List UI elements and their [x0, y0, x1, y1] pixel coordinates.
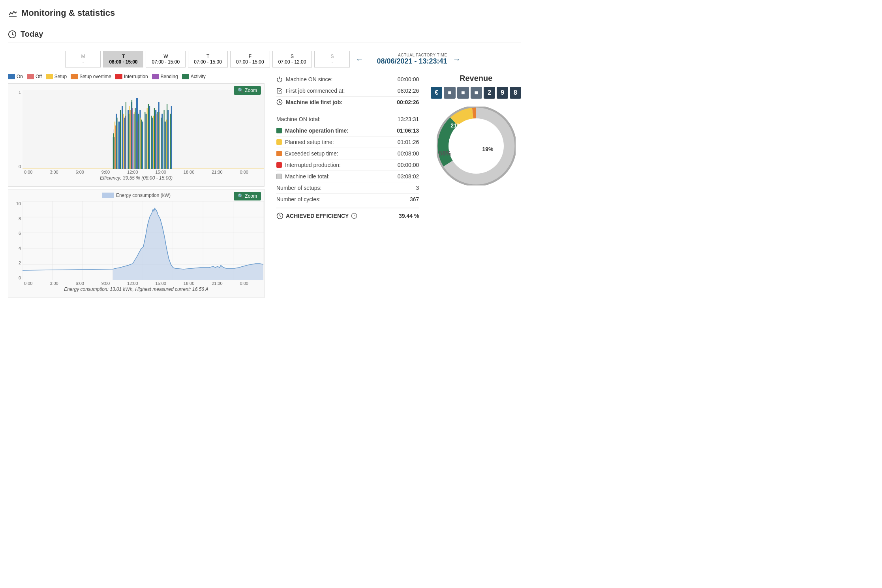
pie-label-21: 21%: [450, 122, 462, 129]
svg-rect-57: [131, 100, 132, 169]
efficiency-chart-svg: [23, 90, 264, 169]
interrupted-label: Interrupted production:: [276, 162, 341, 168]
svg-rect-44: [166, 120, 167, 169]
legend-bending: Bending: [152, 74, 178, 79]
svg-rect-50: [132, 108, 133, 169]
machine-idle-first-label: Machine idle first job:: [276, 99, 343, 105]
num-setups-label: Number of setups:: [276, 185, 321, 191]
idle-icon: [276, 99, 283, 105]
legend-color-off: [27, 74, 34, 79]
machine-idle-row: Machine idle total: 03:08:02: [276, 171, 419, 182]
day-thu[interactable]: T07:00 - 15:00: [188, 51, 228, 67]
left-panel: On Off Setup Setup overtime Interruption: [8, 74, 265, 300]
first-job-label: First job commenced at:: [276, 88, 345, 94]
num-cycles-row: Number of cycles: 367: [276, 194, 419, 205]
machine-idle-value: 03:08:02: [398, 173, 419, 180]
legend-color-bending: [152, 74, 159, 79]
revenue-d3: ■: [471, 87, 482, 99]
info-icon[interactable]: [351, 213, 357, 219]
planned-setup-label: Planned setup time:: [276, 139, 334, 145]
exceeded-setup-label: Exceeded setup time:: [276, 150, 338, 157]
interrupted-row: Interrupted production: 00:00:00: [276, 159, 419, 171]
efficiency-zoom-btn[interactable]: 🔍 Zoom: [234, 86, 261, 95]
operation-color: [276, 128, 282, 133]
svg-rect-36: [114, 122, 115, 169]
monitoring-icon: [8, 8, 17, 18]
svg-rect-47: [130, 110, 131, 169]
planned-setup-row: Planned setup time: 01:01:26: [276, 137, 419, 148]
svg-rect-35: [171, 106, 172, 169]
stats-section: Machine ON since: 00:00:00 First job com…: [272, 74, 423, 223]
day-fri[interactable]: F07:00 - 15:00: [230, 51, 270, 67]
energy-chart-container: Energy consumption (kW) 🔍 Zoom 10 8 6 4 …: [8, 189, 265, 298]
machine-operation-label: Machine operation time:: [276, 127, 349, 134]
revenue-d5: 9: [497, 87, 508, 99]
svg-rect-64: [154, 108, 155, 169]
revenue-title: Revenue: [431, 74, 521, 83]
revenue-d2: ■: [457, 87, 469, 99]
pie-labels-overlay: 21% 58% 19%: [431, 107, 510, 185]
legend-setup: Setup: [46, 74, 67, 79]
revenue-d1: ■: [444, 87, 456, 99]
energy-zoom-btn[interactable]: 🔍 Zoom: [234, 192, 261, 200]
machine-operation-row: Machine operation time: 01:06:13: [276, 125, 419, 137]
legend: On Off Setup Setup overtime Interruption: [8, 74, 265, 79]
day-sat[interactable]: S07:00 - 12:00: [272, 51, 312, 67]
exceeded-setup-value: 00:08:00: [398, 150, 419, 157]
svg-rect-49: [125, 116, 126, 169]
svg-rect-69: [170, 114, 171, 169]
svg-rect-62: [148, 104, 149, 169]
legend-color-setup-overtime: [71, 74, 78, 79]
machine-idle-first-value: 00:02:26: [397, 99, 419, 105]
factory-time-block: ACTUAL FACTORY TIME 08/06/2021 - 13:23:4…: [377, 53, 447, 66]
power-icon: [276, 76, 283, 82]
page-title: Monitoring & statistics: [8, 8, 521, 23]
svg-rect-29: [152, 118, 153, 169]
achieved-efficiency-label: ACHIEVED EFFICIENCY: [276, 212, 357, 219]
day-mon[interactable]: M-: [65, 51, 101, 67]
svg-rect-34: [167, 110, 169, 169]
achieved-efficiency-row: ACHIEVED EFFICIENCY 39.44 %: [276, 208, 419, 223]
svg-rect-31: [158, 102, 160, 169]
legend-color-interruption: [115, 74, 122, 79]
machine-idle-first-row: Machine idle first job: 00:02:26: [276, 97, 419, 108]
day-sun[interactable]: S-: [314, 51, 350, 67]
pie-label-19: 19%: [482, 146, 493, 152]
right-panel: Machine ON since: 00:00:00 First job com…: [272, 74, 423, 300]
day-wed[interactable]: W07:00 - 15:00: [146, 51, 186, 67]
svg-rect-54: [120, 110, 121, 169]
legend-activity: Activity: [182, 74, 206, 79]
legend-color-on: [8, 74, 15, 79]
exceeded-color: [276, 151, 282, 156]
next-arrow[interactable]: →: [450, 53, 464, 66]
machine-operation-value: 01:06:13: [397, 127, 419, 134]
day-tue[interactable]: T08:00 - 15:00: [103, 51, 143, 67]
revenue-display: € ■ ■ ■ 2 9 8: [431, 87, 521, 99]
svg-rect-40: [140, 118, 141, 169]
svg-rect-60: [141, 120, 142, 169]
pie-chart-container: 21% 58% 19%: [431, 107, 521, 185]
machine-on-since-row: Machine ON since: 00:00:00: [276, 74, 419, 85]
svg-rect-67: [164, 110, 165, 169]
svg-rect-61: [144, 112, 145, 169]
svg-rect-70: [137, 122, 137, 169]
svg-rect-52: [113, 133, 114, 169]
machine-on-total-row: Machine ON total: 13:23:31: [276, 114, 419, 125]
revenue-euro: €: [431, 87, 442, 99]
interrupted-value: 00:00:00: [398, 162, 419, 168]
legend-color-activity: [182, 74, 189, 79]
svg-rect-18: [118, 122, 120, 169]
machine-idle-label: Machine idle total:: [276, 173, 330, 180]
efficiency-icon: [276, 212, 283, 219]
prev-arrow[interactable]: ←: [352, 53, 366, 66]
svg-rect-65: [157, 112, 158, 169]
svg-rect-63: [151, 116, 152, 169]
efficiency-chart-container: 🔍 Zoom 1 0: [8, 83, 265, 187]
num-setups-row: Number of setups: 3: [276, 182, 419, 194]
svg-rect-46: [124, 118, 124, 169]
num-cycles-value: 367: [410, 196, 419, 202]
machine-on-since-value: 00:00:00: [398, 76, 419, 82]
energy-chart-title: Energy consumption (kW): [8, 193, 264, 198]
idle-color: [276, 174, 282, 179]
achieved-efficiency-value: 39.44 %: [399, 213, 419, 219]
